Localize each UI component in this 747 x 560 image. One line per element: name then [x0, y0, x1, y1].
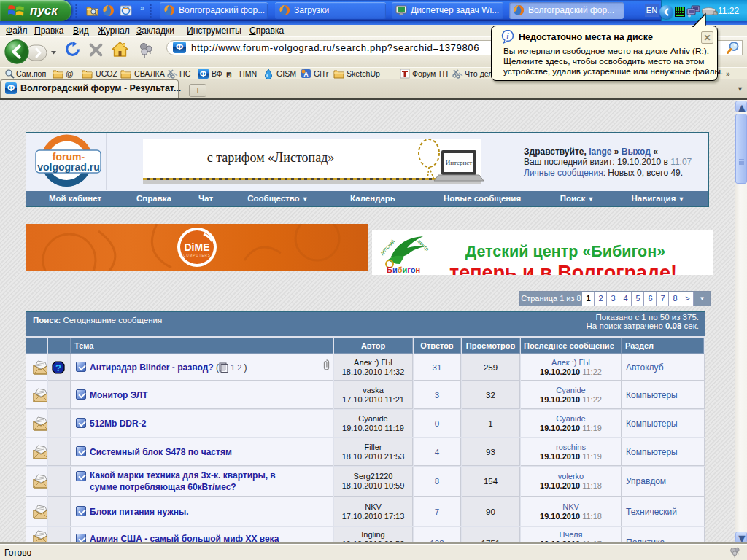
svg-text:COMPUTERS: COMPUTERS — [183, 254, 211, 257]
svg-text:DiME: DiME — [185, 241, 210, 253]
svg-text:?: ? — [55, 362, 61, 373]
svg-text:Интернет: Интернет — [446, 159, 473, 166]
svg-text:volgograd.ru: volgograd.ru — [37, 161, 100, 173]
